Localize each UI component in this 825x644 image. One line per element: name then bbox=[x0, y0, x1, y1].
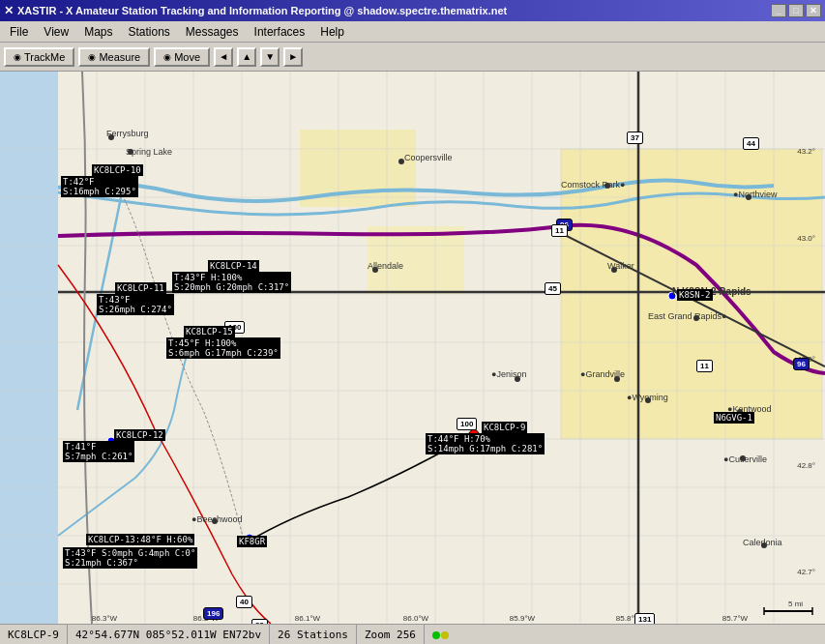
status-zoom: Zoom 256 bbox=[357, 625, 425, 644]
station-info-kc8lcp15: T:45°F H:100%S:6mph G:17mph C:239° bbox=[166, 337, 280, 359]
menu-help[interactable]: Help bbox=[312, 23, 352, 41]
statusbar: KC8LCP-9 42°54.677N 085°52.011W EN72bv 2… bbox=[0, 624, 825, 644]
route-us40: 40 bbox=[236, 596, 252, 608]
nav-up[interactable]: ▲ bbox=[237, 47, 256, 67]
status-coords: 42°54.677N 085°52.011W EN72bv bbox=[68, 625, 270, 644]
map-container[interactable]: 43.2° 43.0° 42.9° 42.8° 42.7° 86.3°W 86.… bbox=[0, 72, 825, 624]
station-label-k8sn2: K8SN-2 bbox=[677, 289, 713, 301]
color-indicator bbox=[432, 631, 449, 639]
svg-rect-1 bbox=[0, 72, 58, 624]
menu-file[interactable]: File bbox=[2, 23, 36, 41]
route-us45: 45 bbox=[545, 282, 561, 295]
svg-text:86.3°W: 86.3°W bbox=[92, 614, 118, 623]
menubar: File View Maps Stations Messages Interfa… bbox=[0, 21, 825, 43]
status-stations-count: 26 Stations bbox=[270, 625, 357, 644]
status-stations-label: 26 Stations bbox=[278, 629, 348, 641]
trackme-button[interactable]: ◉ TrackMe bbox=[4, 47, 74, 67]
city-ferrysburg: Ferrysburg bbox=[106, 129, 149, 138]
svg-text:86.0°W: 86.0°W bbox=[403, 614, 429, 623]
toolbar: ◉ TrackMe ◉ Measure ◉ Move ◄ ▲ ▼ ► bbox=[0, 43, 825, 72]
menu-stations[interactable]: Stations bbox=[120, 23, 177, 41]
svg-text:43.0°: 43.0° bbox=[797, 234, 815, 243]
window-title: XASTIR - X Amateur Station Tracking and … bbox=[17, 5, 507, 16]
city-caledonia: Caledonia bbox=[743, 538, 782, 547]
maximize-button[interactable]: □ bbox=[788, 4, 804, 17]
menu-view[interactable]: View bbox=[36, 23, 76, 41]
status-station: KC8LCP-9 bbox=[0, 625, 68, 644]
station-label-n6gvg1: N6GVG-1 bbox=[714, 412, 754, 424]
city-east-grand-rapids: East Grand Rapids● bbox=[648, 311, 726, 321]
measure-label: Measure bbox=[99, 51, 140, 63]
city-spring-lake: Spring Lake bbox=[126, 147, 172, 157]
route-us44: 44 bbox=[743, 137, 759, 150]
menu-messages[interactable]: Messages bbox=[178, 23, 247, 41]
route-us11-2: 11 bbox=[696, 360, 713, 372]
titlebar-buttons[interactable]: _ □ ✕ bbox=[771, 4, 821, 17]
city-walker: Walker bbox=[607, 261, 634, 271]
menu-interfaces[interactable]: Interfaces bbox=[247, 23, 313, 41]
move-button[interactable]: ◉ Move bbox=[154, 47, 210, 67]
route-us37: 37 bbox=[627, 132, 643, 144]
svg-text:42.7°: 42.7° bbox=[797, 568, 815, 576]
status-station-id: KC8LCP-9 bbox=[8, 629, 59, 641]
station-label-kc8lcp13: KC8LCP-13:48°F H:60% bbox=[86, 534, 194, 545]
station-label-kc8lcp11: KC8LCP-11 bbox=[115, 282, 166, 294]
menu-maps[interactable]: Maps bbox=[76, 23, 120, 41]
svg-text:43.2°: 43.2° bbox=[797, 147, 815, 156]
nav-right[interactable]: ► bbox=[283, 47, 303, 67]
app-icon: ✕ bbox=[4, 4, 14, 17]
station-label-kf8gr: KF8GR bbox=[237, 536, 267, 547]
nav-left[interactable]: ◄ bbox=[214, 47, 233, 67]
color-dot-green bbox=[432, 631, 440, 639]
station-label-kc8lcp14: KC8LCP-14 bbox=[208, 260, 259, 272]
route-100-2: 100 bbox=[457, 418, 477, 430]
svg-text:86.1°W: 86.1°W bbox=[295, 614, 321, 623]
route-us131: 131 bbox=[634, 613, 655, 624]
move-label: Move bbox=[174, 51, 200, 63]
route-i96-east: 96 bbox=[793, 358, 810, 370]
titlebar: ✕ XASTIR - X Amateur Station Tracking an… bbox=[0, 0, 825, 21]
status-colors bbox=[425, 625, 457, 644]
svg-text:5 mi: 5 mi bbox=[788, 600, 803, 608]
measure-button[interactable]: ◉ Measure bbox=[78, 47, 150, 67]
station-info-kc8lcp13: T:43°F S:0mph G:4mph C:0°S:21mph C:367° bbox=[63, 547, 197, 569]
trackme-radio: ◉ bbox=[14, 52, 21, 62]
close-button[interactable]: ✕ bbox=[806, 4, 821, 17]
city-beechwood: ●Beechwood bbox=[192, 514, 242, 524]
titlebar-left: ✕ XASTIR - X Amateur Station Tracking an… bbox=[4, 4, 507, 17]
nav-down[interactable]: ▼ bbox=[260, 47, 280, 67]
station-info-kc8lcp10: T:42°FS:16mph C:295° bbox=[61, 176, 138, 197]
trackme-label: TrackMe bbox=[24, 51, 65, 63]
svg-text:42.8°: 42.8° bbox=[797, 461, 815, 470]
svg-rect-5 bbox=[368, 226, 464, 294]
move-radio: ◉ bbox=[163, 52, 171, 62]
station-info-kc8lcp14: T:43°F H:100%S:20mph G:20mph C:317° bbox=[172, 272, 291, 293]
minimize-button[interactable]: _ bbox=[771, 4, 786, 17]
city-grandville: ●Grandville bbox=[580, 369, 625, 379]
station-info-kc8lcp12: T:41°FS:7mph C:261° bbox=[63, 441, 134, 462]
status-zoom-label: Zoom 256 bbox=[365, 629, 416, 641]
svg-text:85.7°W: 85.7°W bbox=[722, 614, 749, 623]
station-label-kc8lcp10: KC8LCP-10 bbox=[92, 164, 143, 176]
station-label-kc8lcp15: KC8LCP-15 bbox=[184, 326, 235, 337]
station-label-kc8lcp9: KC8LCP-9 bbox=[482, 422, 527, 433]
status-coords-text: 42°54.677N 085°52.011W EN72bv bbox=[75, 629, 261, 641]
svg-text:85.9°W: 85.9°W bbox=[510, 614, 536, 623]
city-comstock-park: Comstock Park● bbox=[561, 180, 625, 190]
station-info-kc8lcp11: T:43°FS:26mph C:274° bbox=[97, 294, 174, 315]
route-us11-1: 11 bbox=[551, 224, 568, 237]
color-dot-yellow bbox=[441, 631, 449, 639]
city-wyoming: ●Wyoming bbox=[627, 393, 668, 402]
city-coopersville: Coopersville bbox=[404, 153, 453, 162]
city-cutlerville: ●Cutlerville bbox=[723, 454, 767, 464]
city-jenison: ●Jenison bbox=[491, 369, 526, 379]
city-allendale: Allendale bbox=[368, 261, 403, 271]
route-i196: 196 bbox=[203, 607, 223, 620]
station-label-kc8lcp12: KC8LCP-12 bbox=[114, 429, 165, 441]
measure-radio: ◉ bbox=[88, 52, 96, 62]
station-info-kc8lcp9: T:44°F H:70%S:14mph G:17mph C:281° bbox=[426, 433, 545, 454]
city-northview: ●Northview bbox=[733, 190, 777, 199]
route-us89: 89 bbox=[251, 619, 268, 624]
